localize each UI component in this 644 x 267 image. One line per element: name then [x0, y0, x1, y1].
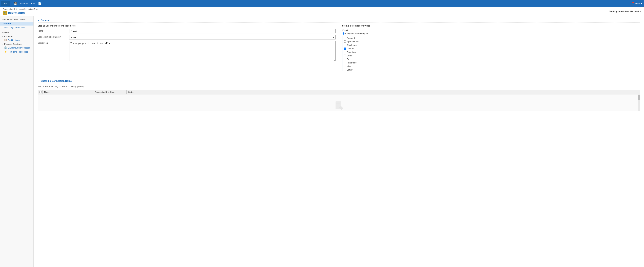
only-these-radio-label: Only these record types: [346, 32, 369, 35]
breadcrumb: Connection Role: New Connection Role [3, 8, 38, 10]
only-these-radio-input[interactable] [342, 32, 344, 34]
table-body [38, 95, 640, 111]
matching-section-header: ◄ Matching Connection Roles [38, 80, 640, 83]
record-type-account-label: Account [347, 37, 355, 39]
help-label: Help [635, 2, 640, 5]
toolbar: File 💾 Save and Close 📄 ❓ Help ▼ [0, 0, 644, 7]
record-type-idea-checkbox[interactable] [344, 65, 346, 67]
table-header-name[interactable]: Name [42, 90, 93, 94]
record-type-idea-label: Idea [347, 65, 351, 67]
svg-rect-1 [336, 103, 340, 103]
step3-title: Step 3: List matching connection roles (… [38, 85, 640, 88]
matching-chevron-icon: ◄ [38, 80, 40, 82]
help-link[interactable]: Help ▼ [635, 2, 643, 5]
save-close-button[interactable]: Save and Close [18, 1, 37, 5]
common-section-label: ▼ Common [0, 34, 34, 38]
file-button[interactable]: File [1, 1, 10, 6]
bg-processes-icon: ⚙️ [4, 46, 7, 49]
sidebar-item-matching[interactable]: Matching Connection... [0, 25, 34, 29]
step1-panel: Step 1: Describe the connection role Nam… [38, 24, 336, 71]
general-section-label: General [41, 19, 50, 22]
process-sessions-label: ▼ Process Sessions [0, 42, 34, 46]
general-section-header: ◄ General [38, 19, 640, 22]
sidebar-item-background-processes[interactable]: ⚙️ Background Processes [0, 46, 34, 50]
matching-section: ◄ Matching Connection Roles Step 3: List… [38, 77, 640, 111]
record-type-email-checkbox[interactable] [344, 55, 346, 57]
sidebar-general-label: General [3, 22, 11, 25]
page-header-left: Connection Role: New Connection Role 🔧 I… [3, 8, 38, 15]
name-label: Name * [38, 29, 68, 32]
record-type-fax-checkbox[interactable] [344, 58, 346, 60]
record-type-radio-group: All Only these record types: [342, 29, 640, 35]
table-col-status-label: Status [128, 91, 134, 93]
all-radio-label: All [346, 29, 348, 31]
record-type-challenge-label: Challenge [347, 44, 357, 46]
name-input[interactable] [69, 29, 336, 33]
record-type-donation: Donation [342, 50, 640, 54]
name-required-star: * [44, 30, 44, 32]
table-col-category-label: Connection Role Cate... [95, 91, 116, 93]
page-title-icon: 🔧 [3, 11, 7, 15]
all-radio-option: All [342, 29, 640, 31]
name-label-text: Name [38, 30, 43, 32]
record-type-idea: Idea [342, 64, 640, 68]
description-textarea[interactable]: These people interact socially [69, 41, 336, 61]
audit-icon: 📋 [4, 39, 7, 41]
table-header-filter[interactable]: ▼ [152, 90, 640, 95]
category-select-wrapper: Social Business Family Sales Team Servic… [69, 35, 336, 39]
record-type-appointment-label: Appointment [347, 40, 359, 43]
record-type-challenge-checkbox[interactable] [344, 44, 346, 46]
page-title: 🔧 Information [3, 11, 38, 15]
table-col-name-label: Name [44, 91, 50, 93]
rt-processes-icon: ⚡ [4, 50, 7, 53]
toolbar-right: ❓ Help ▼ [631, 2, 643, 5]
table-header-category[interactable]: Connection Role Cate... [93, 90, 126, 94]
sidebar-item-realtime-processes[interactable]: ⚡ Real-time Processes [0, 50, 34, 54]
record-type-challenge: Challenge [342, 43, 640, 47]
content-area: ◄ General Step 1: Describe the connectio… [34, 16, 644, 267]
record-type-appointment-checkbox[interactable] [344, 40, 346, 43]
svg-rect-2 [336, 104, 339, 104]
step2-panel: Step 2: Select record types All Only the… [342, 24, 640, 71]
only-these-radio-option: Only these record types: [342, 32, 640, 35]
all-radio-input[interactable] [342, 29, 344, 31]
record-type-contact-label: Contact [347, 47, 354, 50]
record-type-appointment: Appointment [342, 40, 640, 43]
general-section: Step 1: Describe the connection role Nam… [38, 24, 640, 71]
sidebar-breadcrumb: Connection Role : Inform... [0, 18, 34, 21]
filter-icon[interactable]: ▼ [636, 91, 638, 93]
record-type-email-label: Email [347, 54, 352, 57]
record-type-donation-checkbox[interactable] [344, 51, 346, 53]
description-field-row: Description These people interact social… [38, 41, 336, 61]
record-type-fundraiser: Fundraiser [342, 61, 640, 64]
sidebar-item-audit-history[interactable]: 📋 Audit History [0, 38, 34, 42]
description-label: Description [38, 41, 68, 44]
category-select[interactable]: Social Business Family Sales Team Servic… [69, 35, 336, 39]
step2-title: Step 2: Select record types [342, 24, 640, 27]
related-section-label: Related [0, 30, 34, 34]
table-scrollbar[interactable] [638, 95, 640, 111]
record-type-email: Email [342, 54, 640, 57]
record-type-fundraiser-label: Fundraiser [347, 61, 358, 64]
record-type-letter-checkbox[interactable] [344, 69, 346, 71]
record-type-account-checkbox[interactable] [344, 37, 346, 39]
help-icon: ❓ [631, 2, 634, 5]
table-header-checkbox[interactable] [40, 91, 42, 93]
page-header: Connection Role: New Connection Role 🔧 I… [0, 7, 644, 16]
sidebar-matching-label: Matching Connection... [4, 26, 26, 29]
common-label: Common [4, 35, 13, 38]
help-arrow-icon: ▼ [640, 2, 643, 5]
main-layout: Connection Role : Inform... General Matc… [0, 16, 644, 267]
category-label: Connection Role Category [38, 35, 68, 38]
svg-rect-3 [336, 105, 339, 105]
record-type-fundraiser-checkbox[interactable] [344, 62, 346, 64]
record-type-fax: Fax [342, 57, 640, 61]
table-header-row: Name Connection Role Cate... Status ▼ [38, 90, 640, 95]
sidebar-item-general[interactable]: General [0, 22, 34, 25]
record-type-contact-checkbox[interactable] [344, 47, 346, 50]
table-header-status[interactable]: Status [126, 90, 152, 94]
realtime-processes-label: Real-time Processes [8, 50, 28, 53]
name-field-row: Name * [38, 29, 336, 33]
working-on-solution: Working on solution: My solution [609, 10, 641, 12]
table-scrollbar-thumb[interactable] [638, 95, 640, 100]
